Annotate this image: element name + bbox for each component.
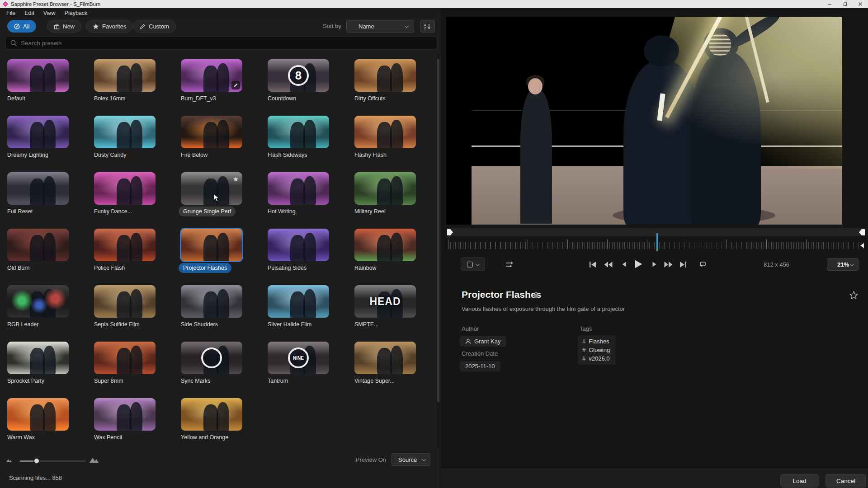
preset-tile[interactable]: HEADSMPTE... <box>354 285 416 330</box>
preset-tile[interactable]: Old Burn <box>7 229 69 274</box>
minimize-button[interactable] <box>822 0 837 8</box>
slider-knob[interactable] <box>33 458 40 464</box>
menu-playback[interactable]: Playback <box>60 9 92 18</box>
trim-start-handle[interactable] <box>447 229 453 235</box>
large-thumbnails-icon[interactable] <box>89 455 100 464</box>
step-forward-button[interactable] <box>648 258 660 270</box>
close-button[interactable] <box>853 0 868 8</box>
display-mode-button[interactable] <box>461 258 485 271</box>
sort-by-label: Sort by <box>316 20 341 33</box>
preset-thumbnail <box>268 116 329 148</box>
preset-label: Tantrum <box>268 378 329 384</box>
skip-to-start-button[interactable] <box>587 258 599 270</box>
preset-label: Military Reel <box>354 208 416 215</box>
preset-tile[interactable]: Funky Dance... <box>94 172 156 217</box>
preset-tile[interactable]: Sync Marks <box>181 342 242 387</box>
rewind-button[interactable] <box>602 258 614 270</box>
menu-view[interactable]: View <box>39 9 60 18</box>
menu-file[interactable]: File <box>2 9 20 18</box>
tag-item[interactable]: #v2026.0 <box>582 354 610 362</box>
scrollbar-thumb[interactable] <box>437 59 439 402</box>
preset-tile[interactable]: Fire Below <box>181 116 242 161</box>
thumbnail-size-slider[interactable] <box>20 460 86 462</box>
preset-tile[interactable]: RGB Leader <box>7 285 69 330</box>
preset-tile[interactable]: Dreamy Lighting <box>7 116 69 161</box>
author-label: Author <box>462 325 479 332</box>
gift-icon <box>54 23 60 29</box>
sort-order-button[interactable]: AZ <box>420 20 435 33</box>
preset-tile[interactable]: Military Reel <box>354 172 416 217</box>
filter-favorites-button[interactable]: Favorites <box>86 20 133 33</box>
preset-label: Rainbow <box>354 265 416 271</box>
trim-bar[interactable] <box>447 228 865 236</box>
video-frame <box>472 17 842 225</box>
preset-tile[interactable]: 8Countdown <box>268 59 329 104</box>
preset-tile[interactable]: Wax Pencil <box>94 398 156 443</box>
search-bar <box>5 37 437 49</box>
preset-tile[interactable]: Projector Flashes <box>181 229 242 274</box>
preset-tile[interactable]: Rainbow <box>354 229 416 274</box>
title-bar: Sapphire Preset Browser - S_FilmBurn <box>0 0 868 8</box>
preview-on-value: Source <box>398 456 417 463</box>
step-back-button[interactable] <box>618 258 630 270</box>
preset-thumbnail <box>7 172 69 205</box>
preset-thumbnail <box>181 59 242 92</box>
preset-tile[interactable]: Flash Sideways <box>268 116 329 161</box>
preset-thumbnail <box>354 172 416 205</box>
preset-tile[interactable]: Sprocket Party <box>7 342 69 387</box>
sort-dropdown[interactable]: Name <box>346 20 414 33</box>
preset-tile[interactable]: Full Reset <box>7 172 69 217</box>
preset-tile[interactable]: Yellow and Orange <box>181 398 242 443</box>
play-order-icon[interactable] <box>504 259 515 269</box>
favorite-star-icon[interactable] <box>231 175 240 183</box>
preset-label: Projector Flashes <box>179 263 231 273</box>
preset-tile[interactable]: Grunge Single Perf <box>181 172 242 217</box>
tag-item[interactable]: #Flashes <box>582 337 610 345</box>
preset-tile[interactable]: Vintage Super... <box>354 342 416 387</box>
timeline-ruler[interactable] <box>448 239 864 250</box>
preset-tile[interactable]: Dirty Offcuts <box>354 59 416 104</box>
fast-forward-button[interactable] <box>662 258 674 270</box>
preset-tile[interactable]: Sepia Sulfide Film <box>94 285 156 330</box>
maximize-button[interactable] <box>837 0 853 8</box>
filter-new-button[interactable]: New <box>47 20 81 33</box>
preset-tile[interactable]: Super 8mm <box>94 342 156 387</box>
star-icon <box>93 23 99 29</box>
preset-thumbnail: 8 <box>268 59 329 92</box>
pencil-icon <box>140 23 146 29</box>
play-button[interactable] <box>631 257 646 271</box>
filter-all-button[interactable]: All <box>7 20 36 33</box>
preset-tile[interactable]: Warm Wax <box>7 398 69 443</box>
loop-button[interactable] <box>697 258 708 270</box>
preset-tile[interactable]: NINETantrum <box>268 342 329 387</box>
preset-tile[interactable]: Pulsating Sides <box>268 229 329 274</box>
preset-tile[interactable]: Silver Halide Film <box>268 285 329 330</box>
small-thumbnails-icon[interactable] <box>5 457 14 463</box>
preset-tile[interactable]: Flashy Flash <box>354 116 416 161</box>
preset-label: Yellow and Orange <box>181 434 242 441</box>
playhead[interactable] <box>656 233 658 249</box>
menu-edit[interactable]: Edit <box>20 9 39 18</box>
skip-to-end-button[interactable] <box>677 258 689 270</box>
search-input[interactable] <box>21 40 432 47</box>
filter-custom-button[interactable]: Custom <box>133 20 176 33</box>
preset-tile[interactable]: Default <box>7 59 69 104</box>
preset-tile[interactable]: Burn_DFT_v3 <box>181 59 242 104</box>
tag-item[interactable]: #Glowing <box>582 346 610 354</box>
hash-icon: # <box>582 338 585 345</box>
load-button[interactable]: Load <box>780 474 819 488</box>
thumb-overlay-circle <box>201 347 222 368</box>
preset-tile[interactable]: Bolex 16mm <box>94 59 156 104</box>
preset-tile[interactable]: Side Shudders <box>181 285 242 330</box>
cancel-button[interactable]: Cancel <box>826 474 866 488</box>
preset-thumbnail <box>94 229 156 261</box>
favorite-star-icon[interactable] <box>849 291 858 299</box>
preset-tile[interactable]: Hot Writing <box>268 172 329 217</box>
zoom-level-dropdown[interactable]: 21% <box>827 258 859 271</box>
status-text: Scanning files... 858 <box>9 474 62 481</box>
preset-tile[interactable]: Police Flash <box>94 229 156 274</box>
preset-tile[interactable]: Dusty Candy <box>94 116 156 161</box>
preset-label: Grunge Single Perf <box>179 206 236 216</box>
trim-end-handle[interactable] <box>859 229 865 235</box>
preview-on-dropdown[interactable]: Source <box>392 453 430 466</box>
